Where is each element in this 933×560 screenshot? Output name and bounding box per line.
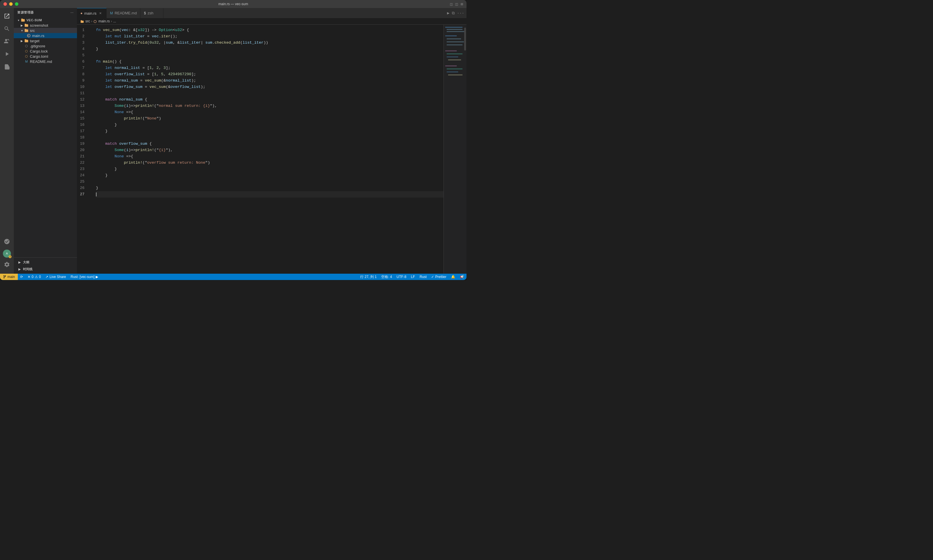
status-rust-toolchain[interactable]: Rust: [vec-sum] ▶ (68, 274, 100, 280)
live-share-label: Live Share (49, 275, 66, 279)
status-encoding[interactable]: UTF-8 (394, 274, 409, 280)
svg-rect-9 (446, 45, 462, 45)
activity-files[interactable] (1, 10, 12, 22)
activity-bar-bottom: A 1 (1, 236, 12, 274)
status-formatter[interactable]: ✓ Prettier (429, 274, 449, 280)
status-spaces[interactable]: 空格: 4 (379, 274, 394, 280)
screenshot-folder-icon (24, 23, 29, 28)
scrollbar-track[interactable] (463, 25, 466, 274)
ln-24: 24 (77, 172, 89, 178)
editor-content[interactable]: 1 2 3 4 5 6 7 8 9 10 11 12 13 14 15 16 1 (77, 25, 466, 274)
breadcrumb-sep2: › (111, 19, 112, 23)
tree-item-screenshot[interactable]: ▶ screenshot (14, 23, 77, 28)
language-label: Rust (420, 275, 427, 279)
tabs-bar: ● main.rs ✕ M README.md $ zsh ▶ ⧉ ··· (77, 8, 466, 18)
screenshot-arrow: ▶ (20, 23, 24, 28)
close-button[interactable] (3, 2, 7, 6)
status-line-col[interactable]: 行 27, 列 1 (358, 274, 379, 280)
code-line-6: fn main() { (96, 58, 443, 65)
ln-6: 6 (77, 58, 89, 65)
tree-item-gitignore[interactable]: ⬡ .gitignore (14, 43, 77, 49)
tab-readme-label: README.md (115, 11, 137, 15)
code-area[interactable]: fn vec_sum(vec: &[u32]) -> Option<u32> {… (91, 25, 443, 274)
tab-main-rs[interactable]: ● main.rs ✕ (77, 8, 106, 18)
scrollbar-thumb[interactable] (464, 28, 466, 51)
maximize-button[interactable] (15, 2, 18, 6)
status-broadcast[interactable]: 📢 (457, 274, 466, 280)
git-branch-label: main (8, 275, 15, 279)
activity-extensions[interactable] (1, 61, 12, 72)
svg-rect-5 (446, 31, 465, 32)
rust-run-icon[interactable]: ▶ (95, 275, 98, 279)
code-line-12: match normal_sum { (96, 97, 443, 103)
target-label: target (30, 39, 39, 43)
traffic-lights (3, 2, 18, 6)
breadcrumb-file[interactable]: main.rs (93, 19, 110, 23)
tab-readme[interactable]: M README.md (106, 8, 140, 18)
minimize-button[interactable] (9, 2, 12, 6)
live-share-icon: ↗ (45, 275, 48, 279)
sidebar-menu-icon[interactable]: ··· (70, 11, 74, 14)
code-line-3: list_iter.try_fold(0u32, |sum, &list_ite… (96, 40, 443, 46)
activity-source-control[interactable] (1, 35, 12, 47)
tree-item-src[interactable]: ▾ src (14, 28, 77, 33)
layout-icon-3[interactable]: ⊞ (461, 2, 463, 7)
main-layout: A 1 资源管理器 ··· (0, 8, 466, 274)
ln-15: 15 (77, 115, 89, 122)
status-language[interactable]: Rust (417, 274, 429, 280)
ln-1: 1 (77, 27, 89, 33)
tree-item-cargo-toml[interactable]: ⬡ Cargo.toml (14, 54, 77, 59)
tree-item-main-rs[interactable]: R main.rs (14, 33, 77, 38)
gitignore-label: .gitignore (30, 44, 45, 48)
activity-run-debug[interactable] (1, 48, 12, 60)
status-notifications[interactable]: 🔔 (449, 274, 457, 280)
svg-rect-14 (445, 66, 457, 66)
layout-icon-1[interactable]: ◫ (450, 2, 453, 7)
activity-search[interactable] (1, 23, 12, 34)
minimap[interactable] (443, 25, 466, 274)
status-errors[interactable]: ✕ 0 ⚠ 0 (25, 274, 43, 280)
error-count: 0 (32, 275, 34, 279)
main-rs-label: main.rs (32, 34, 45, 38)
src-arrow: ▾ (20, 28, 24, 33)
svg-rect-10 (445, 51, 457, 51)
timeline-section-header[interactable]: ▶ 时间线 (14, 266, 77, 272)
status-line-ending[interactable]: LF (409, 274, 417, 280)
svg-rect-17 (448, 74, 462, 75)
sidebar-header: 资源管理器 ··· (14, 8, 77, 17)
code-line-8: let overflow_list = [1, 5, 4294967290]; (96, 71, 443, 77)
activity-settings[interactable] (1, 259, 12, 270)
main-rs-icon: R (26, 33, 31, 38)
breadcrumb-src[interactable]: src (80, 19, 90, 23)
root-folder-icon (21, 18, 25, 22)
avatar-button[interactable]: A 1 (3, 249, 11, 258)
tree-root[interactable]: ▾ VEC-SUM (14, 17, 77, 23)
outline-section-header[interactable]: ▶ 大纲 (14, 259, 77, 266)
app-window: main.rs — vec-sum ◫ ◫ ⊞ (0, 0, 466, 280)
file-tree: ▾ VEC-SUM ▶ screenshot ▾ (14, 17, 77, 257)
avatar: A 1 (3, 249, 11, 258)
layout-icon-2[interactable]: ◫ (455, 2, 457, 7)
code-line-17: } (96, 128, 443, 134)
tab-zsh[interactable]: $ zsh (140, 8, 163, 18)
split-editor-icon[interactable]: ⧉ (452, 11, 455, 15)
screenshot-label: screenshot (30, 23, 48, 28)
code-line-16: } (96, 122, 443, 128)
status-branch-badge[interactable]: main (0, 274, 18, 280)
status-live-share[interactable]: ↗ Live Share (43, 274, 68, 280)
status-sync[interactable]: ⟳ (18, 274, 25, 280)
svg-rect-3 (445, 27, 462, 28)
svg-rect-11 (446, 54, 462, 54)
warning-icon: ⚠ (35, 275, 38, 279)
code-line-11 (96, 90, 443, 97)
tree-item-readme[interactable]: M README.md (14, 59, 77, 64)
tab-main-rs-close[interactable]: ✕ (98, 11, 103, 15)
tree-item-target[interactable]: ▶ target (14, 38, 77, 43)
breadcrumb-symbol[interactable]: ... (113, 19, 116, 23)
activity-remote[interactable] (1, 236, 12, 247)
run-icon[interactable]: ▶ (447, 11, 449, 15)
ln-26: 26 (77, 185, 89, 191)
more-actions-icon[interactable]: ··· (457, 11, 464, 15)
tree-item-cargo-lock[interactable]: ⬡ Cargo.lock (14, 49, 77, 54)
ln-18: 18 (77, 134, 89, 141)
